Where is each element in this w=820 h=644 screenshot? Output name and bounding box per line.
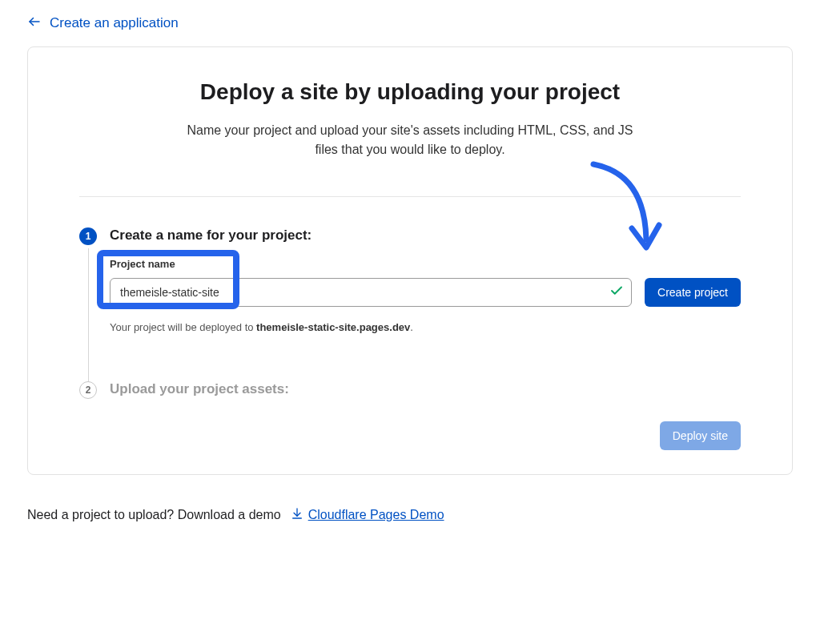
breadcrumb-link[interactable]: Create an application	[50, 15, 179, 31]
project-name-field: Project name Create project Your project…	[110, 258, 741, 333]
page-title: Deploy a site by uploading your project	[28, 79, 792, 105]
step-2: 2 Upload your project assets:	[79, 381, 741, 397]
step-1: 1 Create a name for your project: Projec…	[79, 227, 741, 333]
project-name-input[interactable]	[110, 278, 632, 307]
check-icon	[609, 284, 624, 301]
step-1-title: Create a name for your project:	[110, 227, 741, 244]
breadcrumb: Create an application	[0, 10, 820, 46]
card-footer: Deploy site	[28, 405, 792, 458]
step-2-title: Upload your project assets:	[110, 381, 741, 397]
download-icon	[291, 507, 303, 523]
page-subtitle: Name your project and upload your site's…	[186, 121, 634, 159]
step-badge-2: 2	[79, 381, 97, 399]
divider	[79, 196, 741, 197]
footer-prompt: Need a project to upload? Download a dem…	[27, 508, 281, 522]
arrow-left-icon[interactable]	[27, 14, 42, 32]
step-badge-1: 1	[79, 227, 97, 245]
steps-container: 1 Create a name for your project: Projec…	[79, 196, 741, 397]
footer: Need a project to upload? Download a dem…	[27, 507, 793, 523]
demo-link[interactable]: Cloudflare Pages Demo	[291, 507, 444, 523]
step-connector	[88, 248, 89, 389]
deploy-hint: Your project will be deployed to themeis…	[110, 321, 741, 333]
project-name-label: Project name	[110, 258, 741, 270]
main-card: Deploy a site by uploading your project …	[27, 46, 793, 475]
create-project-button[interactable]: Create project	[645, 278, 741, 307]
deploy-site-button[interactable]: Deploy site	[660, 421, 741, 450]
